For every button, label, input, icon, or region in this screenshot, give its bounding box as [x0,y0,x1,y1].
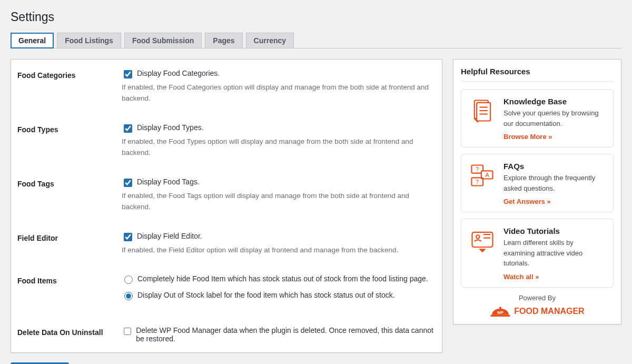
resource-knowledge-base: Knowledge Base Solve your queries by bro… [461,89,614,147]
resource-description: Explore through the frequently asked que… [503,173,606,193]
delete-data-label: Delete WP Food Manager data when the plu… [136,326,436,343]
food-tags-label: Display Food Tags. [137,178,200,186]
delete-data-checkbox[interactable] [124,327,131,336]
food-categories-checkbox[interactable] [124,70,132,78]
delete-data-heading: Delete Data On Uninstall [11,317,122,352]
svg-rect-1 [477,103,490,121]
resource-title: FAQs [503,162,606,171]
field-editor-heading: Field Editor [11,222,122,265]
food-items-heading: Food Items [11,265,122,317]
food-categories-heading: Food Categories [11,60,122,114]
svg-marker-15 [480,249,485,251]
svg-text:?: ? [476,179,479,185]
resource-video-tutorials: Video Tutorials Learn different skills b… [461,219,614,288]
svg-point-17 [499,307,501,309]
resource-faqs: ? A ? FAQs Explore through the frequentl… [461,154,614,212]
tab-currency[interactable]: Currency [246,33,294,48]
resource-description: Learn different skills by examining attr… [503,238,606,269]
brand-logo: WP FOOD MANAGER [461,305,614,318]
food-types-heading: Food Types [11,114,122,168]
resource-link-get-answers[interactable]: Get Answers » [503,198,551,205]
cloche-icon: WP [490,305,511,318]
food-tags-checkbox[interactable] [124,179,132,187]
video-icon [469,227,496,254]
food-types-checkbox[interactable] [124,124,132,133]
field-editor-label: Display Field Editor. [137,232,202,240]
tab-general[interactable]: General [11,33,54,48]
resource-link-watch-all[interactable]: Watch all » [503,273,539,281]
powered-by-label: Powered By [461,294,614,302]
document-icon [469,97,496,124]
food-categories-label: Display Food Categories. [137,69,220,77]
svg-point-12 [476,235,480,239]
tab-food-submission[interactable]: Food Submission [124,33,202,48]
food-tags-heading: Food Tags [11,168,122,222]
food-items-option-hide[interactable] [124,276,133,284]
tabs-nav: General Food Listings Food Submission Pa… [11,33,621,48]
brand-text: FOOD MANAGER [514,307,584,316]
page-title: Settings [11,5,621,26]
field-editor-description: If enabled, the Field Editor option will… [122,245,436,256]
tab-pages[interactable]: Pages [205,33,242,48]
field-editor-checkbox[interactable] [124,233,132,241]
resource-link-browse-more[interactable]: Browse More » [503,133,552,141]
food-items-option-label[interactable] [124,292,133,300]
settings-panel: Food Categories Display Food Categories.… [11,59,442,353]
food-types-label: Display Food Types. [137,123,204,132]
resource-title: Knowledge Base [503,97,606,106]
svg-text:?: ? [476,166,479,172]
svg-text:WP: WP [497,310,503,315]
resource-title: Video Tutorials [503,227,606,235]
svg-text:A: A [485,172,489,178]
food-items-option-hide-label: Completely hide Food Item which has stoc… [137,274,428,283]
food-types-description: If enabled, the Food Types option will d… [122,136,436,159]
resource-description: Solve your queries by browsing our docum… [503,108,606,129]
helpful-resources-title: Helpful Resources [461,67,614,82]
tab-food-listings[interactable]: Food Listings [57,33,121,48]
chat-icon: ? A ? [469,162,496,189]
helpful-resources-panel: Helpful Resources Knowledge Base Solve y… [453,59,621,324]
food-categories-description: If enabled, the Food Categories option w… [122,82,436,104]
food-items-option-label-label: Display Out of Stock label for the food … [137,291,395,299]
food-tags-description: If enabled, the Food Tags option will di… [122,191,436,213]
